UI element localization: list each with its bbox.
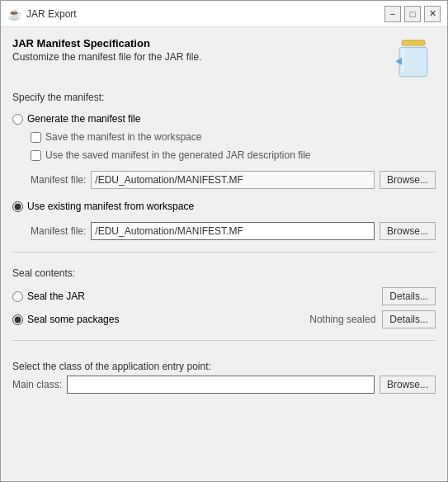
seal-packages-details-button[interactable]: Details...: [382, 310, 436, 328]
header-section: JAR Manifest Specification Customize the…: [12, 37, 436, 82]
maximize-button[interactable]: □: [404, 6, 421, 22]
existing-manifest-file-label: Manifest file:: [31, 225, 86, 237]
generate-manifest-file-label: Manifest file:: [31, 174, 86, 186]
close-button[interactable]: ✕: [424, 6, 441, 22]
generate-manifest-browse-button[interactable]: Browse...: [380, 171, 436, 189]
existing-manifest-file-row: Manifest file: Browse...: [12, 222, 436, 240]
main-class-input[interactable]: [67, 376, 375, 394]
main-class-browse-button[interactable]: Browse...: [380, 376, 436, 394]
use-saved-manifest-checkbox[interactable]: [31, 150, 41, 161]
page-subtitle: Customize the manifest file for the JAR …: [12, 51, 201, 63]
main-class-row: Main class: Browse...: [12, 376, 436, 394]
seal-jar-right: Details...: [382, 287, 436, 305]
seal-jar-left: Seal the JAR: [12, 291, 85, 302]
title-bar-icon: ☕: [7, 7, 21, 21]
existing-manifest-label: Use existing manifest from workspace: [27, 201, 194, 212]
title-bar-controls: − □ ✕: [384, 6, 441, 22]
generate-manifest-file-row: Manifest file: Browse...: [12, 171, 436, 189]
entry-point-label: Select the class of the application entr…: [12, 361, 436, 372]
generate-manifest-radio-item[interactable]: Generate the manifest file: [12, 113, 436, 125]
seal-packages-right: Nothing sealed Details...: [309, 310, 436, 328]
jar-image: [391, 37, 436, 82]
seal-jar-details-button[interactable]: Details...: [382, 287, 436, 305]
seal-packages-left: Seal some packages: [12, 314, 119, 325]
save-workspace-checkbox-item[interactable]: Save the manifest in the workspace: [31, 131, 436, 143]
generate-manifest-label: Generate the manifest file: [27, 113, 140, 125]
page-title: JAR Manifest Specification: [12, 37, 201, 50]
header-text: JAR Manifest Specification Customize the…: [12, 37, 201, 63]
existing-manifest-radio-item[interactable]: Use existing manifest from workspace: [12, 201, 436, 212]
specify-manifest-label: Specify the manifest:: [12, 92, 436, 103]
divider-1: [12, 252, 436, 253]
jar-export-window: ☕ JAR Export − □ ✕ JAR Manifest Specific…: [0, 0, 448, 482]
seal-jar-label: Seal the JAR: [27, 291, 85, 302]
nothing-sealed-text: Nothing sealed: [309, 314, 375, 325]
seal-contents-section: Seal contents: Seal the JAR Details... S…: [12, 264, 436, 328]
existing-manifest-browse-button[interactable]: Browse...: [380, 222, 436, 240]
seal-contents-label: Seal contents:: [12, 267, 436, 279]
title-bar: ☕ JAR Export − □ ✕: [1, 1, 447, 27]
existing-manifest-radio[interactable]: [12, 201, 23, 212]
seal-some-packages-radio[interactable]: [12, 314, 23, 325]
seal-packages-row: Seal some packages Nothing sealed Detail…: [12, 310, 436, 328]
entry-point-section: Select the class of the application entr…: [12, 357, 436, 394]
seal-some-packages-label: Seal some packages: [27, 314, 119, 325]
save-workspace-label: Save the manifest in the workspace: [45, 131, 201, 143]
seal-jar-radio[interactable]: [12, 291, 23, 302]
generate-manifest-file-input[interactable]: [91, 171, 375, 189]
svg-rect-0: [402, 40, 425, 45]
title-bar-text: JAR Export: [26, 8, 384, 20]
existing-manifest-file-input[interactable]: [91, 222, 375, 240]
minimize-button[interactable]: −: [384, 6, 401, 22]
divider-2: [12, 340, 436, 341]
use-saved-manifest-label: Use the saved manifest in the generated …: [45, 149, 311, 161]
content-area: JAR Manifest Specification Customize the…: [1, 27, 447, 481]
generate-manifest-radio[interactable]: [12, 114, 23, 125]
svg-marker-1: [395, 58, 402, 65]
use-saved-manifest-checkbox-item[interactable]: Use the saved manifest in the generated …: [31, 149, 436, 161]
main-class-label: Main class:: [12, 379, 62, 390]
save-workspace-checkbox[interactable]: [31, 132, 41, 143]
seal-jar-row: Seal the JAR Details...: [12, 287, 436, 305]
